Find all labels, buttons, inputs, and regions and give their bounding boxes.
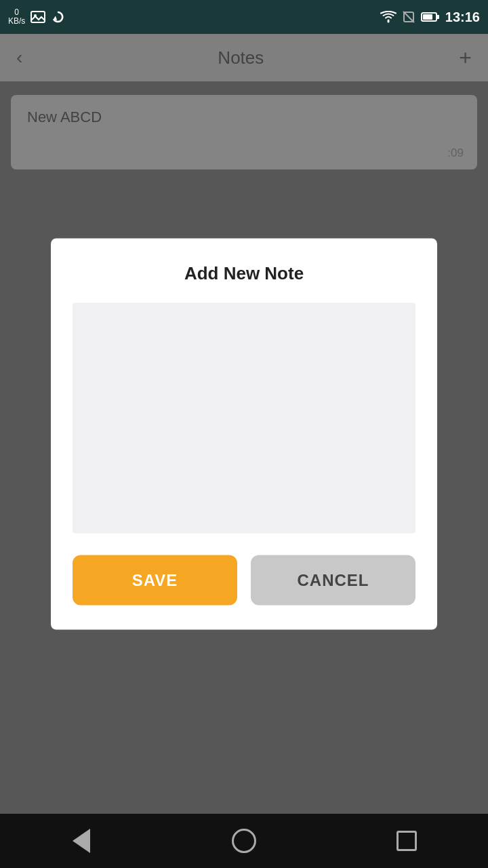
dialog-title: Add New Note: [73, 263, 415, 284]
recents-nav-icon: [396, 831, 417, 851]
dialog-buttons: SAVE CANCEL: [73, 555, 415, 606]
network-speed: 0 KB/s: [8, 8, 25, 26]
nav-bar: [0, 814, 488, 868]
home-nav-icon: [232, 829, 256, 853]
image-icon: [30, 11, 45, 23]
status-time: 13:16: [445, 9, 480, 25]
reload-icon: [51, 9, 66, 24]
add-note-dialog: Add New Note SAVE CANCEL: [51, 239, 437, 630]
back-nav-icon: [73, 829, 90, 853]
save-button[interactable]: SAVE: [73, 555, 237, 606]
home-nav-button[interactable]: [229, 826, 259, 856]
wifi-icon: [380, 11, 396, 23]
svg-rect-6: [436, 15, 439, 19]
status-left-icons: 0 KB/s: [8, 8, 66, 26]
back-nav-button[interactable]: [66, 826, 96, 856]
recents-nav-button[interactable]: [392, 826, 422, 856]
sim-icon: [402, 10, 415, 24]
svg-line-3: [403, 12, 414, 22]
note-text-input[interactable]: [73, 303, 415, 534]
battery-icon: [421, 12, 440, 22]
status-bar: 0 KB/s 13:16: [0, 0, 488, 34]
svg-rect-0: [31, 12, 45, 22]
svg-rect-5: [423, 14, 432, 20]
cancel-button[interactable]: CANCEL: [251, 555, 415, 606]
status-right-icons: 13:16: [380, 9, 480, 25]
